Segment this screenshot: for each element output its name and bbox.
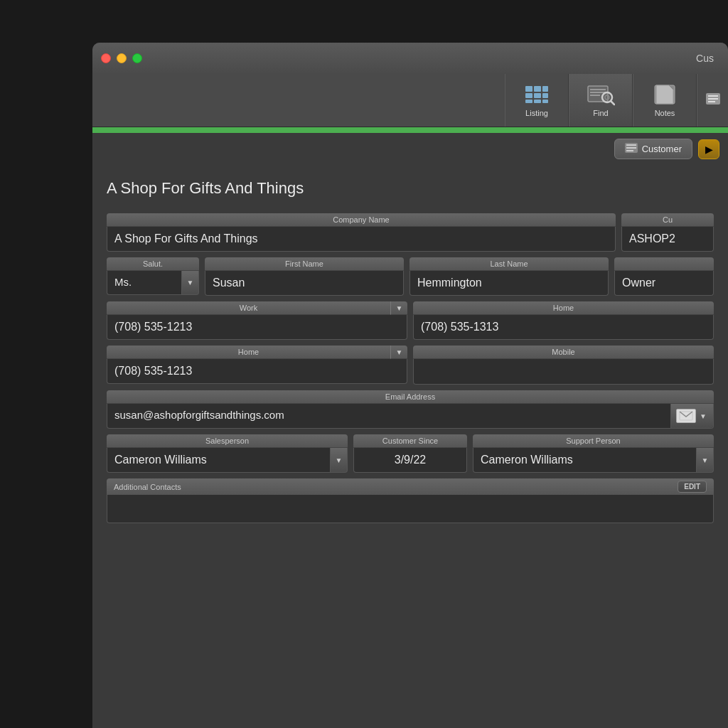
customer-segment-label: Customer xyxy=(642,144,682,154)
mobile-phone-label: Mobile xyxy=(413,346,714,359)
svg-rect-4 xyxy=(534,93,541,98)
support-person-dropdown-arrow[interactable]: ▼ xyxy=(697,448,714,473)
last-name-field: Last Name Hemmington xyxy=(410,257,609,296)
toolbar-notes-button[interactable]: Notes xyxy=(633,74,697,127)
toolbar-more-button[interactable] xyxy=(697,74,728,127)
salesperson-dropdown-arrow[interactable]: ▼ xyxy=(331,448,348,473)
svg-rect-10 xyxy=(590,89,606,90)
customer-extra-button[interactable]: ▶ xyxy=(698,139,719,159)
work-phone-label: Work xyxy=(107,301,390,315)
edit-button[interactable]: EDIT xyxy=(678,481,707,493)
svg-rect-8 xyxy=(542,100,548,103)
home-phone-label: Home xyxy=(107,346,390,359)
work-phone-field: Work ▼ (708) 535-1213 xyxy=(107,301,407,340)
home-phone-right-label: Home xyxy=(413,301,714,315)
customer-since-value[interactable]: 3/9/22 xyxy=(353,448,467,473)
support-person-select-wrapper: Cameron Williams ▼ xyxy=(473,448,714,473)
svg-rect-25 xyxy=(626,144,636,146)
work-phone-label-row: Work ▼ xyxy=(107,301,407,315)
find-label: Find xyxy=(593,109,608,117)
progress-bar xyxy=(92,127,728,133)
company-name-value[interactable]: A Shop For Gifts And Things xyxy=(107,227,616,252)
email-row: Email Address susan@ashopforgiftsandthin… xyxy=(107,390,714,429)
svg-rect-21 xyxy=(708,95,718,97)
salut-dropdown-arrow[interactable]: ▼ xyxy=(182,271,199,295)
salut-field: Salut. Ms. ▼ xyxy=(107,257,199,296)
email-send-button[interactable]: ▼ xyxy=(670,404,713,428)
last-name-label: Last Name xyxy=(410,257,609,271)
email-wrapper: susan@ashopforgiftsandthings.com ▼ xyxy=(107,404,714,429)
svg-rect-1 xyxy=(534,86,541,92)
title-bar: Cus xyxy=(92,43,728,74)
name-row: Salut. Ms. ▼ First Name Susan Last Name … xyxy=(107,257,714,296)
company-name-field: Company Name A Shop For Gifts And Things xyxy=(107,213,616,252)
phone-row-1: Work ▼ (708) 535-1213 Home (708) 535-131… xyxy=(107,301,714,340)
email-type-dropdown[interactable]: ▼ xyxy=(698,412,708,420)
salut-select-wrapper: Ms. ▼ xyxy=(107,271,199,295)
additional-contacts-bar: Additional Contacts EDIT xyxy=(107,478,714,495)
work-phone-value[interactable]: (708) 535-1213 xyxy=(107,315,407,340)
first-name-field: First Name Susan xyxy=(205,257,404,296)
svg-rect-2 xyxy=(542,86,548,92)
email-value[interactable]: susan@ashopforgiftsandthings.com xyxy=(107,404,670,428)
svg-rect-3 xyxy=(525,93,532,98)
traffic-lights xyxy=(101,53,142,63)
more-icon xyxy=(699,89,727,112)
listing-icon xyxy=(523,83,551,106)
svg-line-14 xyxy=(611,101,614,105)
salesperson-select-wrapper: Cameron Williams ▼ xyxy=(107,448,348,473)
close-button[interactable] xyxy=(101,53,111,63)
support-person-value[interactable]: Cameron Williams xyxy=(473,448,697,473)
additional-contacts-content xyxy=(107,495,714,523)
svg-rect-26 xyxy=(626,147,636,149)
title-label xyxy=(614,257,714,271)
support-person-label: Support Person xyxy=(473,434,714,448)
salesperson-value[interactable]: Cameron Williams xyxy=(107,448,331,473)
customer-code-label: Cu xyxy=(621,213,714,227)
toolbar-listing-button[interactable]: Listing xyxy=(505,74,569,127)
home-phone-right-value[interactable]: (708) 535-1313 xyxy=(413,315,714,340)
record-title: A Shop For Gifts And Things xyxy=(107,176,714,200)
mobile-phone-field: Mobile xyxy=(413,346,714,385)
svg-rect-27 xyxy=(626,150,633,151)
home-phone-right-field: Home (708) 535-1313 xyxy=(413,301,714,340)
mobile-phone-value[interactable] xyxy=(413,359,714,385)
salut-value[interactable]: Ms. xyxy=(107,271,182,295)
svg-rect-5 xyxy=(542,93,548,98)
notes-label: Notes xyxy=(655,109,675,117)
customer-since-label: Customer Since xyxy=(353,434,467,448)
main-window: Cus Listing xyxy=(92,43,728,728)
window-title: Cus xyxy=(696,53,714,64)
maximize-button[interactable] xyxy=(132,53,142,63)
email-send-icon xyxy=(676,409,696,423)
support-person-field: Support Person Cameron Williams ▼ xyxy=(473,434,714,473)
salesperson-field: Salesperson Cameron Williams ▼ xyxy=(107,434,348,473)
customer-segment-button[interactable]: Customer xyxy=(614,139,692,159)
svg-rect-7 xyxy=(534,100,541,103)
home-phone-type-dropdown[interactable]: ▼ xyxy=(390,346,407,359)
title-value[interactable]: Owner xyxy=(614,271,714,296)
toolbar: Listing Find xyxy=(92,74,728,127)
additional-contacts-label: Additional Contacts xyxy=(114,483,181,491)
last-name-value[interactable]: Hemmington xyxy=(410,271,609,296)
find-icon xyxy=(587,83,615,106)
additional-contacts-field: Additional Contacts EDIT xyxy=(107,478,714,523)
email-label: Email Address xyxy=(107,390,714,404)
customer-since-field: Customer Since 3/9/22 xyxy=(353,434,467,473)
toolbar-find-button[interactable]: Find xyxy=(569,74,633,127)
svg-rect-22 xyxy=(708,98,718,100)
home-phone-value[interactable]: (708) 535-1213 xyxy=(107,359,407,384)
notes-icon xyxy=(651,83,679,106)
salesperson-label: Salesperson xyxy=(107,434,348,448)
phone-row-2: Home ▼ (708) 535-1213 Mobile xyxy=(107,346,714,385)
salesperson-row: Salesperson Cameron Williams ▼ Customer … xyxy=(107,434,714,473)
additional-contacts-group: Additional Contacts EDIT xyxy=(107,478,714,523)
customer-segment-icon xyxy=(625,143,638,155)
first-name-label: First Name xyxy=(205,257,404,271)
minimize-button[interactable] xyxy=(117,53,127,63)
first-name-value[interactable]: Susan xyxy=(205,271,404,296)
main-content: A Shop For Gifts And Things Company Name… xyxy=(92,165,728,728)
svg-rect-0 xyxy=(525,86,532,92)
customer-code-value[interactable]: ASHOP2 xyxy=(621,227,714,252)
work-phone-type-dropdown[interactable]: ▼ xyxy=(390,301,407,315)
